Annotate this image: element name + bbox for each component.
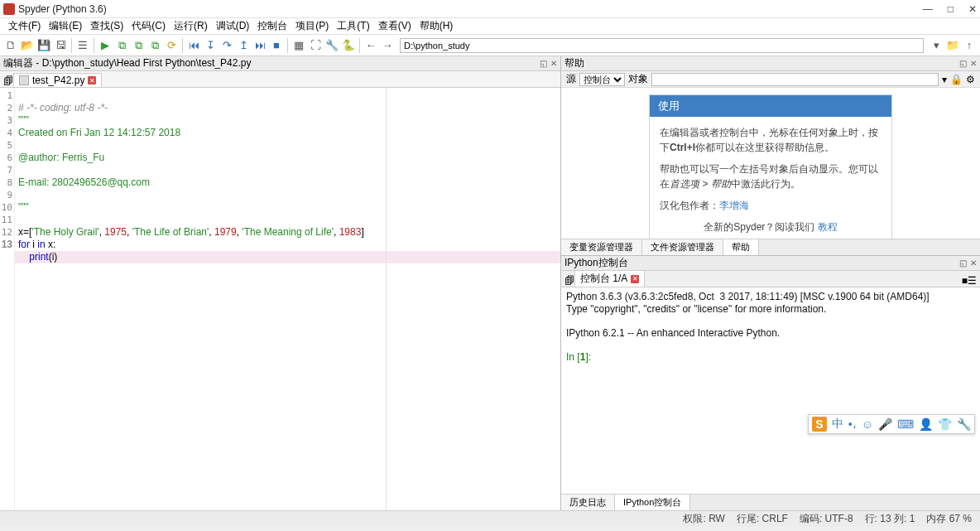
help-title: 帮助	[564, 56, 584, 70]
debug-into-icon[interactable]: ↧	[203, 38, 218, 53]
close-pane-icon[interactable]: ✕	[970, 258, 977, 268]
separator	[287, 38, 288, 53]
ime-user-icon[interactable]: 👤	[919, 418, 933, 431]
maximize-button[interactable]: □	[948, 3, 954, 15]
help-tabs: 变量资源管理器 文件资源管理器 帮助	[561, 239, 980, 255]
undock-icon[interactable]: ◱	[959, 258, 967, 268]
menu-debug[interactable]: 调试(D)	[213, 19, 253, 33]
menu-search[interactable]: 查找(S)	[87, 19, 127, 33]
browse-dir-icon[interactable]: 📁	[945, 38, 960, 53]
tab-var-explorer[interactable]: 变量资源管理器	[561, 239, 642, 255]
undock-icon[interactable]: ◱	[959, 59, 967, 68]
working-dir-input[interactable]	[400, 38, 924, 53]
obj-input[interactable]	[651, 73, 939, 86]
tab-ipython[interactable]: IPython控制台	[615, 495, 690, 510]
bullet-icon[interactable]: ☰	[75, 38, 90, 53]
new-file-icon[interactable]: 🗋	[3, 38, 18, 53]
layout-icon[interactable]: ▦	[291, 38, 306, 53]
menu-source[interactable]: 代码(C)	[128, 19, 169, 33]
obj-label: 对象	[628, 72, 648, 86]
tab-history[interactable]: 历史日志	[561, 495, 615, 510]
status-eol: 行尾: CRLF	[737, 512, 788, 526]
ime-skin-icon[interactable]: 👕	[938, 418, 952, 431]
preferences-icon[interactable]: 🔧	[324, 38, 339, 53]
separator	[71, 38, 72, 53]
tab-close-icon[interactable]: ✕	[88, 76, 96, 84]
console-tabs: 历史日志 IPython控制台	[561, 494, 980, 510]
menu-edit[interactable]: 编辑(E)	[46, 19, 85, 33]
ime-keyboard-icon[interactable]: ⌨	[897, 418, 914, 431]
help-pane: 帮助 ◱✕ 源 控制台 对象 ▾ 🔒 ⚙ 使用 在编辑器或者控制台中，光标在任何…	[561, 56, 980, 255]
ime-toolbar[interactable]: S 中 •، ☺ 🎤 ⌨ 👤 👕 🔧	[808, 414, 975, 434]
tab-help[interactable]: 帮助	[723, 239, 759, 255]
status-mem: 内存 67 %	[926, 512, 972, 526]
undock-icon[interactable]: ◱	[540, 59, 547, 68]
debug-icon[interactable]: ⟳	[164, 38, 179, 53]
menu-consoles[interactable]: 控制台	[254, 19, 291, 33]
debug-over-icon[interactable]: ↷	[219, 38, 234, 53]
save-icon[interactable]: 💾	[36, 38, 51, 53]
debug-step-icon[interactable]: ⏮	[186, 38, 201, 53]
console-tab-label: 控制台 1/A	[580, 272, 627, 286]
forward-icon[interactable]: →	[380, 38, 395, 53]
minimize-button[interactable]: —	[923, 3, 933, 15]
run-selection-icon[interactable]: ⧉	[147, 38, 162, 53]
close-button[interactable]: ✕	[968, 3, 977, 15]
options-icon[interactable]: ☰	[968, 275, 977, 287]
stop-icon[interactable]: ■	[962, 275, 968, 287]
close-pane-icon[interactable]: ✕	[550, 59, 557, 68]
ime-punct-icon[interactable]: •،	[848, 418, 857, 431]
console-tab[interactable]: 控制台 1/A ✕	[574, 270, 645, 287]
parent-dir-icon[interactable]: ↑	[962, 38, 977, 53]
app-title: Spyder (Python 3.6)	[18, 3, 923, 15]
menu-view[interactable]: 查看(V)	[375, 19, 415, 33]
menu-help[interactable]: 帮助(H)	[416, 19, 457, 33]
tab-file-explorer[interactable]: 文件资源管理器	[642, 239, 723, 255]
code-content[interactable]: # -*- coding: utf-8 -*-"""Created on Fri…	[15, 88, 560, 510]
line-gutter: 12345678910111213	[0, 88, 15, 510]
author-link[interactable]: 李增海	[719, 200, 749, 211]
save-all-icon[interactable]: 🖫	[53, 38, 68, 53]
editor-tab[interactable]: test_P42.py ✕	[13, 73, 102, 87]
app-icon	[3, 3, 15, 15]
run-cell-advance-icon[interactable]: ⧉	[131, 38, 146, 53]
menu-projects[interactable]: 项目(P)	[292, 19, 332, 33]
menu-file[interactable]: 文件(F)	[5, 19, 44, 33]
tab-list-icon[interactable]: 🗐	[564, 275, 574, 287]
lock-icon[interactable]: 🔒	[950, 74, 963, 85]
code-editor[interactable]: 12345678910111213 # -*- coding: utf-8 -*…	[0, 88, 560, 510]
ime-logo-icon[interactable]: S	[812, 417, 827, 432]
console-header: IPython控制台 ◱✕	[561, 256, 980, 271]
python-path-icon[interactable]: 🐍	[341, 38, 356, 53]
dropdown-icon[interactable]: ▾	[929, 38, 944, 53]
status-pos: 行: 13 列: 1	[865, 512, 915, 526]
ime-emoji-icon[interactable]: ☺	[862, 418, 873, 431]
ime-mic-icon[interactable]: 🎤	[878, 418, 892, 431]
open-file-icon[interactable]: 📂	[20, 38, 35, 53]
src-label: 源	[566, 72, 576, 86]
gear-icon[interactable]: ⚙	[966, 74, 975, 85]
tab-list-icon[interactable]: 🗐	[3, 75, 13, 87]
debug-stop-icon[interactable]: ■	[269, 38, 284, 53]
menu-run[interactable]: 运行(R)	[171, 19, 211, 33]
editor-tabbar: 🗐 test_P42.py ✕	[0, 71, 560, 88]
help-header: 帮助 ◱✕	[561, 56, 980, 71]
debug-out-icon[interactable]: ↥	[236, 38, 251, 53]
run-cell-icon[interactable]: ⧉	[114, 38, 129, 53]
ime-settings-icon[interactable]: 🔧	[957, 418, 971, 431]
maximize-pane-icon[interactable]: ⛶	[308, 38, 323, 53]
debug-continue-icon[interactable]: ⏭	[252, 38, 267, 53]
status-enc: 编码: UTF-8	[800, 512, 853, 526]
tab-close-icon[interactable]: ✕	[631, 275, 639, 283]
menu-bar: 文件(F) 编辑(E) 查找(S) 代码(C) 运行(R) 调试(D) 控制台 …	[0, 18, 980, 35]
dropdown-icon[interactable]: ▾	[942, 74, 947, 85]
tutorial-link[interactable]: 教程	[818, 221, 838, 233]
back-icon[interactable]: ←	[363, 38, 378, 53]
close-pane-icon[interactable]: ✕	[970, 59, 977, 68]
ime-lang-icon[interactable]: 中	[832, 417, 843, 432]
src-select[interactable]: 控制台	[579, 73, 625, 86]
console-output[interactable]: Python 3.6.3 (v3.6.3:2c5fed8, Oct 3 2017…	[561, 287, 980, 494]
menu-tools[interactable]: 工具(T)	[334, 19, 372, 33]
tab-label: test_P42.py	[32, 75, 84, 86]
run-icon[interactable]: ▶	[98, 38, 113, 53]
